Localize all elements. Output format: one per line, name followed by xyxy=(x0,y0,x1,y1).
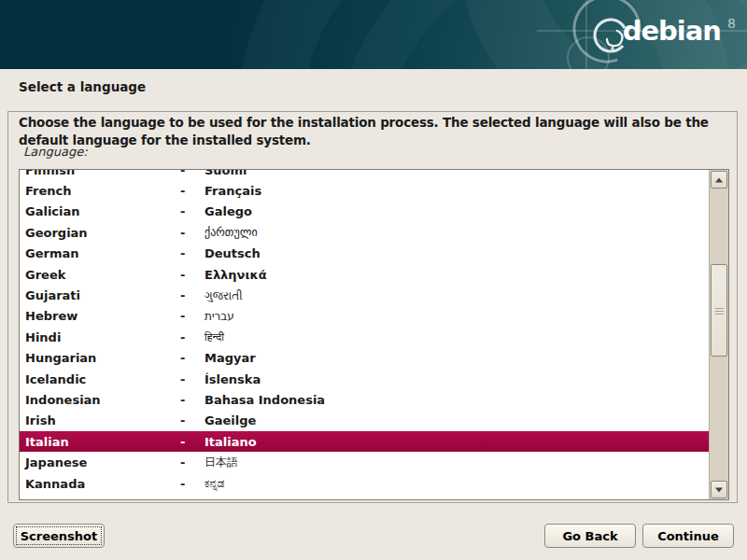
language-row[interactable]: Hebrew-עברית xyxy=(20,306,709,327)
language-english-name: Kannada xyxy=(25,477,180,491)
separator-dash: - xyxy=(180,435,204,449)
scrollbar-thumb[interactable] xyxy=(711,264,727,357)
language-native-name: Français xyxy=(204,184,261,198)
language-english-name: Japanese xyxy=(25,455,180,469)
separator-dash: - xyxy=(180,246,204,260)
separator-dash: - xyxy=(180,226,204,240)
separator-dash: - xyxy=(180,455,204,469)
language-english-name: Hindi xyxy=(25,330,180,344)
language-row[interactable]: Gujarati-ગુજરાતી xyxy=(20,285,709,305)
language-row[interactable]: Irish-Gaeilge xyxy=(20,411,709,431)
language-native-name: Suomi xyxy=(204,169,247,177)
screenshot-button[interactable]: Screenshot xyxy=(13,524,105,548)
language-native-name: Magyar xyxy=(204,351,256,365)
language-row[interactable]: German-Deutsch xyxy=(20,244,709,264)
language-native-name: Bahasa Indonesia xyxy=(204,393,325,407)
language-listbox[interactable]: Finnish-SuomiFrench-FrançaisGalician-Gal… xyxy=(19,169,729,500)
chevron-up-icon xyxy=(715,177,723,182)
language-english-name: Italian xyxy=(25,435,180,449)
language-native-name: ಕನ್ನಡ xyxy=(204,477,224,490)
separator-dash: - xyxy=(180,351,204,365)
language-english-name: Hungarian xyxy=(25,351,180,365)
language-english-name: Greek xyxy=(25,268,180,282)
scroll-down-button[interactable] xyxy=(711,481,727,498)
language-english-name: German xyxy=(25,246,180,260)
language-row[interactable]: Finnish-Suomi xyxy=(20,169,709,180)
scroll-up-button[interactable] xyxy=(711,171,727,189)
language-row[interactable]: Icelandic-Íslenska xyxy=(20,369,709,389)
language-english-name: Gujarati xyxy=(25,288,180,302)
language-native-name: ગુજરાતી xyxy=(204,289,243,302)
separator-dash: - xyxy=(180,184,204,198)
language-english-name: Indonesian xyxy=(25,393,180,407)
language-row[interactable]: Hungarian-Magyar xyxy=(20,348,709,369)
language-native-name: ქართული xyxy=(204,226,258,239)
language-row-selected[interactable]: Italian-Italiano xyxy=(20,431,709,452)
installer-banner: debian 8 xyxy=(0,0,747,69)
language-english-name: Icelandic xyxy=(25,372,180,386)
language-native-name: Italiano xyxy=(204,435,257,449)
separator-dash: - xyxy=(180,413,204,427)
vertical-scrollbar[interactable] xyxy=(709,170,728,499)
language-row[interactable]: Japanese-日本語 xyxy=(20,452,709,472)
language-native-name: Íslenska xyxy=(204,372,261,386)
separator-dash: - xyxy=(180,204,204,218)
language-row[interactable]: Galician-Galego xyxy=(20,202,709,222)
language-rows: Finnish-SuomiFrench-FrançaisGalician-Gal… xyxy=(20,169,709,494)
separator-dash: - xyxy=(180,169,204,177)
separator-dash: - xyxy=(180,288,204,302)
language-english-name: Finnish xyxy=(25,169,180,177)
language-english-name: Hebrew xyxy=(25,309,180,323)
language-row[interactable]: Georgian-ქართული xyxy=(20,222,709,243)
language-row[interactable]: French-Français xyxy=(20,180,709,201)
separator-dash: - xyxy=(180,372,204,386)
scrollbar-grip-icon xyxy=(715,311,724,312)
language-row[interactable]: Indonesian-Bahasa Indonesia xyxy=(20,389,709,410)
language-row[interactable]: Greek-Ελληνικά xyxy=(20,264,709,285)
language-row[interactable]: Kannada-ಕನ್ನಡ xyxy=(20,473,709,494)
go-back-button[interactable]: Go Back xyxy=(544,524,636,548)
step-description: Choose the language to be used for the i… xyxy=(19,114,730,149)
language-english-name: Irish xyxy=(25,413,180,427)
separator-dash: - xyxy=(180,330,204,344)
language-english-name: French xyxy=(25,184,180,198)
page-title: Select a language xyxy=(19,79,146,94)
language-field-label: Language: xyxy=(23,145,88,159)
language-row[interactable]: Hindi-हिन्दी xyxy=(20,327,709,347)
language-native-name: Deutsch xyxy=(204,246,261,260)
chevron-down-icon xyxy=(715,487,723,492)
separator-dash: - xyxy=(180,268,204,282)
language-english-name: Georgian xyxy=(25,226,180,240)
language-native-name: עברית xyxy=(204,310,234,323)
continue-button[interactable]: Continue xyxy=(642,524,734,548)
debian-version: 8 xyxy=(727,16,736,31)
separator-dash: - xyxy=(180,309,204,323)
language-native-name: Gaeilge xyxy=(204,413,256,427)
debian-wordmark: debian xyxy=(623,15,721,47)
separator-dash: - xyxy=(180,393,204,407)
language-native-name: Galego xyxy=(204,204,252,218)
language-native-name: Ελληνικά xyxy=(204,268,267,282)
language-native-name: 日本語 xyxy=(204,455,238,470)
language-english-name: Galician xyxy=(25,204,180,218)
language-native-name: हिन्दी xyxy=(204,330,224,343)
separator-dash: - xyxy=(180,477,204,491)
